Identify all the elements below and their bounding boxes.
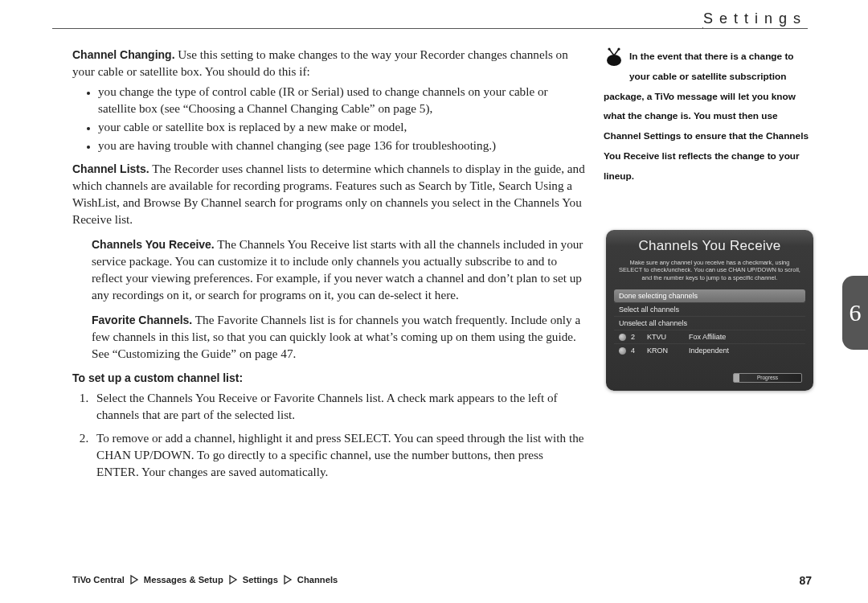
- breadcrumb-item: Channels: [297, 575, 338, 585]
- screenshot-title: Channels You Receive: [606, 230, 813, 257]
- breadcrumb-item: TiVo Central: [72, 575, 125, 585]
- main-content: Channel Changing. Use this setting to ma…: [72, 47, 587, 487]
- svg-point-4: [617, 47, 620, 50]
- custom-list-heading: To set up a custom channel list:: [72, 371, 243, 384]
- step-item: Select the Channels You Receive or Favor…: [92, 390, 587, 424]
- screenshot-list: Done selecting channels Select all chann…: [614, 289, 805, 357]
- custom-list-steps: Select the Channels You Receive or Favor…: [72, 390, 587, 481]
- screenshot-row-done: Done selecting channels: [614, 289, 805, 302]
- favorite-channels-heading: Favorite Channels.: [92, 314, 192, 326]
- breadcrumb-item: Settings: [243, 575, 278, 585]
- bullet-item: your cable or satellite box is replaced …: [98, 119, 587, 136]
- breadcrumb-item: Messages & Setup: [144, 575, 223, 585]
- channel-callsign: KTVU: [647, 333, 684, 341]
- channel-lists-heading: Channel Lists.: [72, 162, 149, 175]
- breadcrumb-arrow-icon: [228, 575, 238, 585]
- channel-affiliate: Independent: [689, 347, 800, 355]
- channel-callsign: KRON: [647, 347, 684, 355]
- screenshot-channel-row: 4 KRON Independent: [614, 343, 805, 357]
- checkmark-icon: [619, 334, 626, 341]
- breadcrumb-arrow-icon: [129, 575, 139, 585]
- svg-point-3: [608, 47, 610, 50]
- svg-marker-7: [285, 576, 291, 584]
- channel-lists-body: The Recorder uses channel lists to deter…: [72, 162, 585, 226]
- screenshot-subtitle: Make sure any channel you receive has a …: [606, 257, 813, 286]
- chapter-tab: 6: [842, 276, 868, 350]
- breadcrumb-arrow-icon: [283, 575, 293, 585]
- channel-number: 2: [631, 333, 642, 341]
- channels-you-receive-heading: Channels You Receive.: [92, 238, 215, 251]
- step-item: To remove or add a channel, highlight it…: [92, 430, 587, 481]
- svg-marker-5: [131, 576, 137, 584]
- screenshot-progress-bar: Progress: [733, 373, 802, 383]
- sidebar-note-text: In the event that there is a change to y…: [604, 51, 809, 182]
- checkmark-icon: [619, 347, 626, 355]
- channel-affiliate: Fox Affiliate: [689, 333, 800, 341]
- sidebar-note: In the event that there is a change to y…: [604, 47, 809, 186]
- channel-number: 4: [631, 347, 642, 355]
- svg-point-0: [607, 55, 621, 66]
- screenshot-row-unselect-all: Unselect all channels: [614, 316, 805, 330]
- tivo-icon: [604, 47, 624, 67]
- breadcrumb: TiVo Central Messages & Setup Settings C…: [72, 575, 338, 585]
- screenshot-row-select-all: Select all channels: [614, 302, 805, 316]
- channel-changing-bullets: you change the type of control cable (IR…: [72, 84, 587, 154]
- bullet-item: you change the type of control cable (IR…: [98, 84, 587, 117]
- screenshot-channel-row: 2 KTVU Fox Affiliate: [614, 330, 805, 343]
- bullet-item: you are having trouble with channel chan…: [98, 137, 587, 154]
- page-number: 87: [799, 574, 812, 587]
- channel-changing-heading: Channel Changing.: [72, 48, 175, 61]
- section-title: Settings: [698, 10, 812, 27]
- header-rule: [52, 28, 808, 29]
- channels-you-receive-screenshot: Channels You Receive Make sure any chann…: [606, 230, 813, 391]
- svg-marker-6: [230, 576, 236, 584]
- chapter-number: 6: [850, 299, 862, 326]
